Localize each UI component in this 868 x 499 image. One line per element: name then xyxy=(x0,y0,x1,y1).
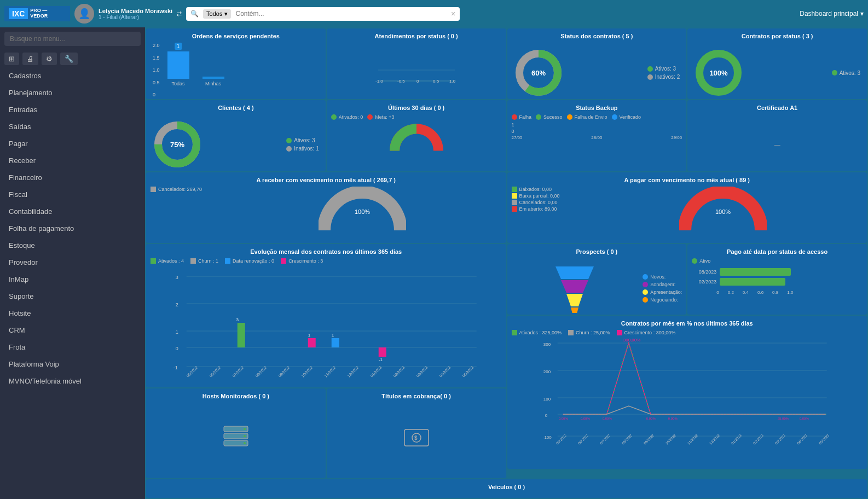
svg-point-88 xyxy=(244,442,246,444)
sidebar-item-estoque[interactable]: Estoque xyxy=(0,237,145,254)
prospects-legend: Novos: Sondagem: Apresentação: Negociand… xyxy=(643,258,682,315)
evolucao-legend-item: Churn : 1 xyxy=(190,258,218,264)
sidebar-item-cadastros[interactable]: Cadastros xyxy=(0,67,145,84)
sidebar-item-planejamento[interactable]: Planejamento xyxy=(0,84,145,101)
pago-bar-fill-0 xyxy=(720,268,791,276)
svg-text:01/2023: 01/2023 xyxy=(370,365,383,378)
sidebar-item-pagar[interactable]: Pagar xyxy=(0,135,145,152)
svg-point-87 xyxy=(244,435,246,437)
widget-title-clientes: Clientes ( 4 ) xyxy=(151,105,321,111)
pago-bar-label-1: 02/2023 xyxy=(692,279,716,285)
dashboard: Ordens de serviços pendentes 2.01.51.00.… xyxy=(145,27,868,499)
sidebar-search-input[interactable] xyxy=(4,32,141,46)
user-branch[interactable]: 1 - Filial (Alterar) xyxy=(99,14,172,20)
svg-text:06/2022: 06/2022 xyxy=(209,365,222,378)
widget-title-cert: Certificado A1 xyxy=(692,105,863,111)
svg-text:100: 100 xyxy=(543,397,551,402)
svg-text:-1: -1 xyxy=(379,357,383,362)
sidebar-item-receber[interactable]: Receber xyxy=(0,152,145,169)
search-clear-icon[interactable]: × xyxy=(451,9,455,18)
dashboard-dropdown-icon[interactable]: ▾ xyxy=(860,10,864,18)
svg-rect-29 xyxy=(308,338,316,347)
search-filter-dropdown[interactable]: Todos ▾ xyxy=(203,9,231,19)
svg-text:07/2022: 07/2022 xyxy=(232,365,245,378)
widget-title-receber: A receber com vencimento no mês atual ( … xyxy=(151,177,502,183)
sidebar-item-crm[interactable]: CRM xyxy=(0,322,145,339)
ultimos-ativados-label: Ativados: 0 xyxy=(339,114,363,120)
svg-text:03/2023: 03/2023 xyxy=(416,365,429,378)
server-icon xyxy=(223,425,249,451)
pago-bars: 08/2023 02/2023 xyxy=(692,268,863,286)
search-bar: 🔍 Todos ▾ × xyxy=(186,7,460,21)
sidebar-item-saídas[interactable]: Saídas xyxy=(0,118,145,135)
prospects-funnel-svg xyxy=(553,264,597,313)
pagar-cancelados: Cancelados: 0,00 xyxy=(519,200,558,205)
sidebar-item-suporte[interactable]: Suporte xyxy=(0,288,145,305)
search-filter-label: Todos xyxy=(206,10,222,17)
widget-ordens-servico: Ordens de serviços pendentes 2.01.51.00.… xyxy=(146,28,326,99)
svg-text:0,00%: 0,00% xyxy=(602,417,612,420)
atendimentos-chart: -1.0 -0.5 0 0.5 1.0 xyxy=(373,54,460,86)
svg-text:0,00%: 0,00% xyxy=(580,417,590,420)
chevron-down-icon: ▾ xyxy=(224,10,228,18)
pago-data-legend-label: Ativo xyxy=(699,258,710,264)
svg-text:75%: 75% xyxy=(170,141,184,149)
clientes-legend: Ativos: 3 Inativos: 1 xyxy=(286,137,319,152)
widget-title-contratos-status: Contratos por status ( 3 ) xyxy=(692,33,863,39)
widget-contratos-status: Contratos por status ( 3 ) 100% Ativos: … xyxy=(687,28,867,99)
widget-title-prospects: Prospects ( 0 ) xyxy=(512,248,682,255)
svg-text:300,00%: 300,00% xyxy=(623,338,640,343)
svg-text:1: 1 xyxy=(308,333,311,338)
svg-point-86 xyxy=(244,428,246,430)
svg-text:0.5: 0.5 xyxy=(433,79,439,84)
svg-text:-1: -1 xyxy=(173,365,178,370)
sidebar-item-financeiro[interactable]: Financeiro xyxy=(0,169,145,186)
sidebar-item-frota[interactable]: Frota xyxy=(0,339,145,356)
clientes-chart: 75% Ativos: 3 Inativos: 1 xyxy=(151,114,321,171)
svg-text:$: $ xyxy=(414,435,418,441)
widget-title-veiculos: Veículos ( 0 ) xyxy=(151,484,863,490)
sidebar-toolbar: ⊞ 🖨 ⚙ 🔧 xyxy=(0,50,145,67)
svg-text:1: 1 xyxy=(176,329,178,335)
user-menu-icon[interactable]: ⇄ xyxy=(177,10,182,18)
sidebar-item-provedor[interactable]: Provedor xyxy=(0,254,145,271)
svg-text:05/2023: 05/2023 xyxy=(818,433,830,445)
svg-text:60%: 60% xyxy=(531,69,545,77)
sidebar-item-fiscal[interactable]: Fiscal xyxy=(0,186,145,203)
evolucao-legend-item: Data renovação : 0 xyxy=(225,258,274,264)
sidebar-item-inmap[interactable]: InMap xyxy=(0,271,145,288)
svg-rect-27 xyxy=(238,323,245,347)
sidebar-item-folha-de-pagamento[interactable]: Folha de pagamento xyxy=(0,220,145,237)
widget-prospects: Prospects ( 0 ) Novos: Sondagem: Apresen… xyxy=(507,244,687,315)
svg-text:0,00%: 0,00% xyxy=(668,417,678,420)
svg-text:09/2022: 09/2022 xyxy=(278,365,291,378)
svg-text:08/2022: 08/2022 xyxy=(255,365,268,378)
widget-a-receber: A receber com vencimento no mês atual ( … xyxy=(146,172,506,243)
money-icon: $ xyxy=(403,427,430,450)
svg-text:10/2022: 10/2022 xyxy=(301,365,314,378)
backup-legend: Falha Sucesso Falha de Envio Verificado xyxy=(512,114,682,120)
sidebar-item-mvno/telefonia-móvel[interactable]: MVNO/Telefonia móvel xyxy=(0,373,145,390)
toolbar-grid-btn[interactable]: ⊞ xyxy=(4,53,19,65)
sidebar-menu: CadastrosPlanejamentoEntradasSaídasPagar… xyxy=(0,67,145,398)
sidebar-search-area xyxy=(0,27,145,50)
sidebar-item-contabilidade[interactable]: Contabilidade xyxy=(0,203,145,220)
contratos-pct-chart-svg: 300 200 100 0 -100 300,00% xyxy=(512,338,863,447)
user-name: Letycia Macedo Morawski xyxy=(99,8,172,14)
contratos-status-chart: 100% Ativos: 3 xyxy=(692,43,863,99)
toolbar-print-btn[interactable]: 🖨 xyxy=(22,53,38,65)
svg-text:1: 1 xyxy=(332,333,334,338)
toolbar-tools-btn[interactable]: 🔧 xyxy=(60,53,78,65)
toolbar-settings-btn[interactable]: ⚙ xyxy=(42,53,57,65)
svg-text:06/2022: 06/2022 xyxy=(577,433,589,445)
svg-marker-50 xyxy=(566,294,583,306)
widget-title-atendimentos: Atendimentos por status ( 0 ) xyxy=(331,33,502,39)
sidebar-item-entradas[interactable]: Entradas xyxy=(0,101,145,118)
search-input[interactable] xyxy=(235,10,446,18)
widget-veiculos: Veículos ( 0 ) xyxy=(146,479,867,498)
titulos-content: $ xyxy=(331,403,502,474)
sidebar-item-hotsite[interactable]: Hotsite xyxy=(0,305,145,322)
sidebar-item-plataforma-voip[interactable]: Plataforma Voip xyxy=(0,356,145,373)
contratos-legend: Ativos: 3 Inativos: 2 xyxy=(647,66,680,80)
widget-ultimos-30-dias: Últimos 30 dias ( 0 ) Ativados: 0 Meta: … xyxy=(327,100,506,171)
